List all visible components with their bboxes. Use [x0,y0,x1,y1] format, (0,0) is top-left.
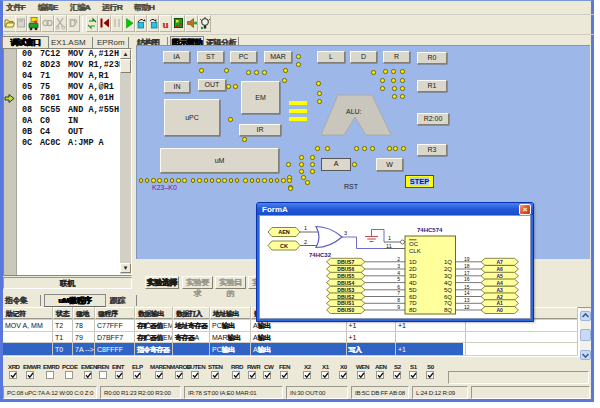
svg-text:DBUS7: DBUS7 [337,259,354,265]
svg-text:4D: 4D [409,280,417,286]
svg-text:7: 7 [397,290,400,296]
svg-text:1: 1 [388,235,391,241]
svg-text:5: 5 [397,276,400,282]
svg-text:4: 4 [397,270,400,276]
svg-text:6Q: 6Q [444,294,452,300]
svg-text:3Q: 3Q [444,273,452,279]
svg-text:1D: 1D [409,259,417,265]
svg-text:3: 3 [344,230,347,236]
svg-text:4Q: 4Q [444,280,452,286]
svg-text:7D: 7D [409,300,417,306]
svg-text:A5: A5 [496,273,503,279]
svg-text:AEN: AEN [278,229,290,235]
svg-text:A1: A1 [496,300,503,306]
svg-text:DBUS4: DBUS4 [337,280,354,286]
svg-text:74HC32: 74HC32 [309,252,332,258]
svg-text:DBUS5: DBUS5 [337,273,354,279]
svg-text:3: 3 [397,263,400,269]
svg-text:u: u [163,18,169,30]
svg-text:15: 15 [464,284,470,290]
svg-text:6: 6 [397,284,400,290]
svg-text:7Q: 7Q [444,300,452,306]
svg-text:8Q: 8Q [444,307,452,313]
svg-text:DBUS0: DBUS0 [337,307,354,313]
svg-text:CLK: CLK [409,248,421,254]
svg-text:19: 19 [464,256,470,262]
svg-text:2D: 2D [409,266,417,272]
svg-text:8: 8 [397,297,400,303]
svg-text:9: 9 [397,304,400,310]
svg-text:17: 17 [464,270,470,276]
svg-text:2: 2 [304,239,307,245]
svg-text:18: 18 [464,263,470,269]
svg-text:14: 14 [464,290,470,296]
svg-text:A3: A3 [496,287,503,293]
svg-text:ALU:: ALU: [346,108,362,115]
svg-text:16: 16 [464,276,470,282]
svg-text:8D: 8D [409,307,417,313]
svg-text:2: 2 [397,256,400,262]
svg-text:12: 12 [464,304,470,310]
svg-text:A4: A4 [496,280,503,286]
svg-text:DBUS3: DBUS3 [337,287,354,293]
svg-text:DBUS1: DBUS1 [337,300,354,306]
svg-text:5Q: 5Q [444,287,452,293]
svg-text:11: 11 [386,243,392,249]
svg-text:A6: A6 [496,266,503,272]
svg-text:13: 13 [464,297,470,303]
svg-text:2Q: 2Q [444,266,452,272]
svg-text:74HC574: 74HC574 [417,227,443,233]
svg-text:DBUS6: DBUS6 [337,266,354,272]
svg-text:OC: OC [409,241,419,247]
svg-text:A2: A2 [496,294,503,300]
svg-text:DBUS2: DBUS2 [337,294,354,300]
svg-text:1Q: 1Q [444,259,452,265]
svg-text:3D: 3D [409,273,417,279]
svg-text:A7: A7 [496,259,503,265]
svg-text:A0: A0 [496,307,503,313]
svg-text:6D: 6D [409,294,417,300]
svg-text:5D: 5D [409,287,417,293]
svg-text:1: 1 [304,225,307,231]
svg-text:CK: CK [280,243,288,249]
